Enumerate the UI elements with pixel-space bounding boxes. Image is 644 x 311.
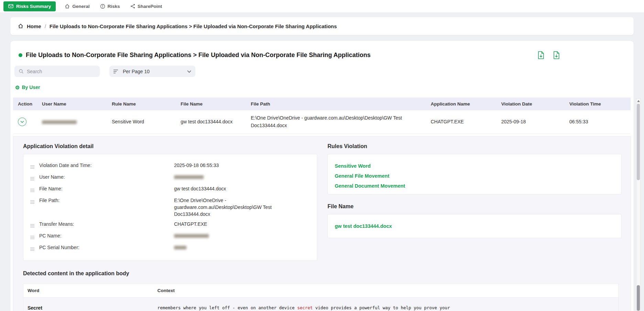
vertical-scrollbar[interactable] [636, 98, 641, 311]
by-user-label: By User [22, 85, 40, 90]
detail-section: Application Violation detail Violation D… [13, 136, 631, 311]
file-name-section-title: File Name [328, 203, 622, 210]
col-action: Action [13, 98, 37, 110]
file-name-link[interactable]: gw test doc133444.docx [335, 223, 614, 230]
download-file-icon [553, 51, 560, 59]
detected-content-section: Detected content in the application body… [23, 270, 622, 311]
scrollbar-thumb-lower[interactable] [637, 285, 640, 311]
gear-icon: ⚙ [15, 85, 20, 90]
mail-icon [8, 4, 13, 8]
context-before: remembers where you left off - even on a… [158, 305, 297, 310]
list-lines-icon [30, 232, 39, 241]
field-label: Violation Date and Time: [39, 162, 174, 169]
search-input[interactable] [27, 69, 96, 74]
detected-row: Secret remembers where you left off - ev… [23, 297, 619, 311]
cell-application-name: CHATGPT.EXE [426, 110, 496, 134]
col-rule-name: Rule Name [107, 98, 176, 110]
page: { "colors": { "accent_green": "#12a350",… [0, 0, 644, 311]
violation-detail-panel: Application Violation detail Violation D… [23, 143, 317, 261]
search-box [14, 66, 100, 77]
col-file-name: File Name [176, 98, 246, 110]
col-word: Word [23, 284, 153, 297]
field-value: 2025-09-18 06:55:33 [174, 162, 310, 169]
field-value: gw test doc133444.docx [174, 185, 310, 192]
cell-file-name: gw test doc133444.docx [176, 110, 246, 134]
field-label: PC Serial Number: [39, 244, 174, 251]
cell-rule-name: Sensitive Word [107, 110, 176, 134]
nav-label-risks: Risks [108, 4, 120, 9]
field-file-path: File Path: E:\One Drive\OneDrive - guard… [30, 197, 310, 218]
nav-item-risks[interactable]: Risks [100, 4, 120, 9]
breadcrumb-path: File Uploads to Non-Corporate File Shari… [50, 23, 337, 29]
topbar: Risks Summary General Risks SharePoint [0, 0, 644, 12]
per-page-value: Per Page 10 [123, 69, 150, 74]
field-label: User Name: [39, 174, 174, 180]
cell-violation-time: 06:55:33 [565, 110, 631, 134]
export-excel-button[interactable] [537, 51, 545, 60]
context-after: video provides a powerful way to help yo… [313, 305, 450, 310]
page-title: File Uploads to Non-Corporate File Shari… [26, 52, 537, 59]
nav-item-general[interactable]: General [65, 4, 89, 9]
col-violation-time: Violation Time [565, 98, 631, 110]
field-label: Transfer Means: [39, 221, 174, 227]
field-label: PC Name: [39, 232, 174, 239]
risk-alert-icon [100, 4, 105, 9]
nav-item-sharepoint[interactable]: SharePoint [130, 4, 162, 9]
list-lines-icon [30, 244, 39, 253]
by-user-toggle[interactable]: ⚙ By User [15, 85, 634, 90]
row-expand-button[interactable] [18, 118, 26, 126]
detected-context: remembers where you left off - even on a… [153, 297, 619, 311]
list-lines-icon [30, 185, 39, 194]
scrollbar-thumb[interactable] [637, 104, 640, 180]
export-file-icon [537, 51, 545, 59]
nav-label-general: General [72, 4, 89, 9]
breadcrumb: Home / File Uploads to Non-Corporate Fil… [10, 17, 634, 35]
field-value: CHATGPT.EXE [174, 221, 310, 227]
risks-summary-label: Risks Summary [16, 4, 51, 9]
export-group [537, 51, 561, 60]
chevron-down-icon [187, 70, 191, 73]
violation-detail-card: Violation Date and Time: 2025-09-18 06:5… [23, 154, 317, 261]
main-card: File Uploads to Non-Corporate File Shari… [10, 41, 634, 311]
detail-grid: Application Violation detail Violation D… [23, 143, 622, 261]
breadcrumb-home-link[interactable]: Home [27, 23, 41, 29]
field-value-redacted [174, 232, 310, 239]
home-icon [18, 23, 23, 29]
user-name-redacted [42, 120, 77, 124]
field-value-redacted [174, 244, 310, 251]
list-lines-icon [30, 221, 39, 229]
col-user-name: User Name [37, 98, 107, 110]
rule-link-general-document-movement[interactable]: General Document Movement [335, 182, 614, 189]
col-file-path: File Path [246, 98, 426, 110]
context-highlight: secret [297, 305, 313, 310]
table-header-row: Action User Name Rule Name File Name Fil… [13, 98, 631, 110]
detected-header-row: Word Context [23, 284, 619, 297]
list-lines-icon [30, 197, 39, 206]
col-application-name: Application Name [426, 98, 496, 110]
violations-table: Action User Name Rule Name File Name Fil… [13, 98, 631, 134]
risks-summary-button[interactable]: Risks Summary [3, 1, 56, 11]
per-page-select[interactable]: Per Page 10 [109, 66, 195, 77]
nav-label-sharepoint: SharePoint [138, 4, 162, 9]
search-icon [19, 69, 24, 74]
list-sort-icon [114, 69, 119, 74]
scrollbar-up-arrow-icon[interactable] [637, 100, 640, 102]
rule-link-general-file-movement[interactable]: General File Movement [335, 173, 614, 179]
share-icon [130, 4, 135, 9]
list-lines-icon [30, 174, 39, 182]
field-violation-datetime: Violation Date and Time: 2025-09-18 06:5… [30, 162, 310, 170]
cell-file-path: E:\One Drive\OneDrive - guardware.com.au… [246, 110, 426, 134]
field-file-name: File Name: gw test doc133444.docx [30, 185, 310, 194]
export-pdf-button[interactable] [552, 51, 561, 60]
general-icon [65, 4, 70, 9]
field-pc-serial: PC Serial Number: [30, 244, 310, 253]
rule-link-sensitive-word[interactable]: Sensitive Word [335, 163, 614, 169]
field-value: E:\One Drive\OneDrive - guardware.com.au… [174, 197, 288, 218]
col-context: Context [153, 284, 619, 297]
controls-row: Per Page 10 [14, 66, 634, 77]
table-row: Sensitive Word gw test doc133444.docx E:… [13, 110, 631, 134]
col-violation-date: Violation Date [496, 98, 565, 110]
status-dot [19, 53, 22, 57]
field-user-name: User Name: [30, 174, 310, 182]
field-pc-name: PC Name: [30, 232, 310, 241]
